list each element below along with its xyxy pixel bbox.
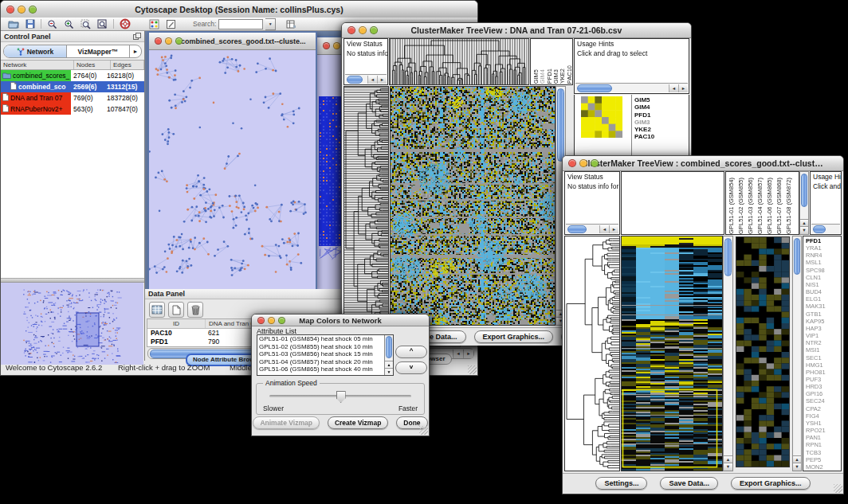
- resize-grip[interactable]: [419, 426, 428, 435]
- float-panel-icon[interactable]: [133, 33, 141, 40]
- network-list-row[interactable]: RNAPuberNov2+563(0)107847(0): [1, 104, 144, 115]
- tv1-titlebar[interactable]: ClusterMaker TreeView : DNA and Tran 07-…: [342, 23, 691, 38]
- network-list-row[interactable]: combined_sco2569(6)13112(15): [1, 81, 144, 92]
- new-attribute-button[interactable]: [168, 302, 184, 318]
- scrollbar-thumb[interactable]: [801, 174, 807, 207]
- scroll-down-arrow[interactable]: ▼: [793, 463, 801, 471]
- scroll-left-arrow[interactable]: ◄: [669, 84, 678, 92]
- close-button[interactable]: [155, 37, 162, 45]
- tv2-titlebar[interactable]: ClusterMaker TreeView : combined_scores_…: [563, 156, 843, 171]
- net1-titlebar[interactable]: combined_scores_good.txt--cluste...: [149, 33, 316, 50]
- attribute-item[interactable]: GPL51-04 (GSM857) heat shock 20 min: [257, 358, 385, 366]
- network-birdseye-overview[interactable]: [1, 283, 143, 365]
- tv2-status-hscrollbar[interactable]: ◄►: [566, 224, 618, 233]
- scroll-left-arrow[interactable]: ◄: [599, 225, 609, 233]
- zoom-button[interactable]: [175, 37, 183, 45]
- zoom-fit-button[interactable]: [96, 18, 108, 29]
- tv1-status-hscrollbar[interactable]: ◄►: [345, 74, 387, 84]
- zoom-out-button[interactable]: [46, 18, 58, 29]
- scroll-left-arrow[interactable]: ◄: [367, 76, 377, 84]
- minimize-button[interactable]: [359, 26, 367, 34]
- row-dendrogram-canvas[interactable]: [344, 87, 388, 325]
- scroll-right-arrow[interactable]: ►: [678, 84, 688, 92]
- heatmap-canvas[interactable]: [622, 236, 722, 471]
- scrollbar-thumb[interactable]: [557, 88, 564, 162]
- close-button[interactable]: [568, 159, 576, 167]
- move-up-button[interactable]: ^: [395, 346, 427, 358]
- delete-attribute-button[interactable]: [187, 302, 203, 318]
- zoom-button[interactable]: [278, 317, 285, 324]
- attribute-list[interactable]: GPL51-01 (GSM854) heat shock 05 minGPL51…: [257, 334, 394, 376]
- scroll-right-arrow[interactable]: ►: [377, 76, 387, 84]
- close-button[interactable]: [257, 317, 265, 324]
- export-graphics-button[interactable]: Export Graphics...: [731, 477, 811, 490]
- attribute-item[interactable]: GPL51-01 (GSM854) heat shock 05 min: [257, 335, 385, 343]
- save-data-button[interactable]: Save Data...: [660, 477, 718, 490]
- help-button[interactable]: [119, 18, 131, 29]
- zoom-selected-button[interactable]: [80, 18, 92, 29]
- resize-grip[interactable]: [834, 484, 842, 493]
- select-attributes-button[interactable]: [149, 302, 165, 318]
- scrollbar-thumb[interactable]: [577, 84, 612, 92]
- tv2-heat-vscrollbar[interactable]: ▲ ▼: [723, 236, 733, 471]
- attribute-item[interactable]: GPL51-03 (GSM856) heat shock 15 min: [257, 350, 385, 358]
- open-session-button[interactable]: [7, 18, 19, 29]
- scrollbar-thumb[interactable]: [567, 225, 587, 233]
- attribute-list-scrollbar[interactable]: ▲ ▼: [384, 335, 393, 375]
- tv2-hints-hscrollbar[interactable]: [811, 224, 840, 233]
- tv1-hints-hscrollbar[interactable]: ◄►: [575, 83, 688, 92]
- minimize-button[interactable]: [333, 42, 340, 49]
- save-session-button[interactable]: [24, 18, 36, 29]
- main-titlebar[interactable]: Cytoscape Desktop (Session Name: collins…: [1, 1, 477, 18]
- scrollbar-thumb[interactable]: [386, 336, 392, 358]
- zoom-button[interactable]: [591, 159, 599, 167]
- scroll-down-arrow[interactable]: ▼: [385, 368, 393, 375]
- vizmapper-button[interactable]: [148, 18, 160, 29]
- close-button[interactable]: [323, 42, 330, 49]
- minimize-button[interactable]: [268, 317, 275, 324]
- animation-speed-slider[interactable]: [269, 395, 411, 397]
- import-attributes-button[interactable]: [285, 18, 297, 29]
- tv2-column-dendrogram-panel[interactable]: [621, 171, 724, 235]
- settings-button[interactable]: Settings...: [595, 477, 647, 490]
- scroll-up-arrow[interactable]: ▲: [385, 361, 393, 368]
- scroll-down-arrow[interactable]: ▼: [724, 463, 732, 471]
- scrollbar-thumb[interactable]: [724, 238, 732, 276]
- row-dendrogram-canvas[interactable]: [565, 236, 619, 471]
- network-list-row[interactable]: DNA and Tran 07769(0)183728(0): [1, 92, 144, 104]
- close-button[interactable]: [347, 26, 355, 34]
- tv2-labels-vscrollbar[interactable]: ▲ ▼: [799, 171, 809, 235]
- animate-vizmap-button[interactable]: Animate Vizmap: [253, 416, 320, 429]
- heatmap-canvas[interactable]: [391, 87, 555, 325]
- zoom-button[interactable]: [370, 26, 378, 34]
- zoom-in-button[interactable]: [63, 18, 75, 29]
- dialog-titlebar[interactable]: Map Colors to Network: [252, 315, 429, 326]
- network-list-row[interactable]: combined_scores_2764(0)16218(0): [1, 70, 144, 81]
- attribute-item[interactable]: GPL51-02 (GSM855) heat shock 10 min: [257, 343, 385, 351]
- search-input[interactable]: [218, 19, 263, 29]
- minimize-button[interactable]: [165, 37, 172, 45]
- move-down-button[interactable]: v: [395, 361, 427, 374]
- tab-overflow-arrow[interactable]: ►: [129, 45, 141, 57]
- scroll-right-arrow[interactable]: ►: [609, 225, 618, 233]
- zoom-button[interactable]: [29, 6, 37, 14]
- tv2-genes-vscrollbar[interactable]: ▲ ▼: [792, 236, 802, 471]
- export-graphics-button[interactable]: Export Graphics...: [474, 330, 554, 343]
- search-dropdown-button[interactable]: ▼: [265, 18, 276, 30]
- tab-network[interactable]: Network: [4, 45, 67, 57]
- scrollbar-thumb[interactable]: [347, 76, 363, 84]
- create-vizmap-button[interactable]: Create Vizmap: [328, 416, 388, 429]
- scrollbar-thumb[interactable]: [813, 225, 826, 233]
- minimize-button[interactable]: [579, 159, 587, 167]
- close-button[interactable]: [6, 6, 14, 14]
- resize-grip[interactable]: [468, 365, 477, 374]
- zoom-heatmap-canvas[interactable]: [736, 237, 789, 467]
- attribute-item[interactable]: GPL51-06 (GSM865) heat shock 40 min: [257, 365, 385, 373]
- scrollbar-thumb[interactable]: [794, 238, 800, 275]
- column-dendrogram-canvas[interactable]: [390, 39, 528, 84]
- network-canvas-1[interactable]: [149, 50, 312, 289]
- selected-submatrix-canvas[interactable]: [581, 96, 622, 138]
- scroll-left-arrow[interactable]: ◄: [453, 350, 463, 358]
- scroll-down-arrow[interactable]: ▼: [800, 226, 808, 234]
- tab-vizmapper[interactable]: VizMapper™: [67, 45, 129, 57]
